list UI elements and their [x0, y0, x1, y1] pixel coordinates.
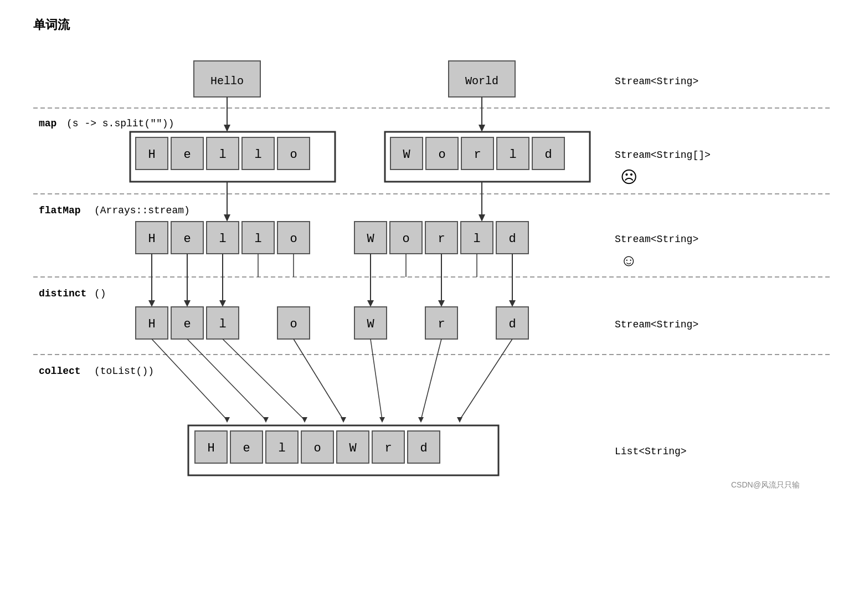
svg-text:W: W	[349, 442, 357, 455]
svg-text:r: r	[438, 317, 445, 331]
svg-text:l: l	[219, 148, 226, 162]
svg-marker-9	[224, 125, 230, 132]
svg-text:H: H	[148, 232, 155, 246]
svg-marker-11	[479, 125, 485, 132]
svg-text:l: l	[254, 148, 261, 162]
svg-text:l: l	[473, 232, 480, 246]
svg-text:r: r	[384, 442, 392, 455]
svg-marker-40	[224, 214, 230, 222]
svg-marker-105	[263, 417, 269, 423]
svg-line-112	[421, 339, 441, 420]
svg-text:W: W	[367, 232, 374, 246]
svg-line-108	[294, 339, 343, 420]
svg-text:l: l	[219, 232, 226, 246]
svg-marker-83	[509, 300, 516, 307]
svg-text:o: o	[402, 232, 409, 246]
svg-text:o: o	[290, 317, 297, 331]
svg-text:d: d	[544, 148, 552, 162]
svg-text:Stream<String>: Stream<String>	[615, 319, 698, 330]
svg-marker-115	[457, 417, 462, 423]
svg-text:r: r	[474, 148, 481, 162]
svg-text:o: o	[438, 148, 445, 162]
svg-line-102	[152, 339, 227, 420]
svg-text:distinct: distinct	[39, 288, 86, 299]
main-diagram: Hello World Stream<String> map (s -> s.s…	[33, 44, 831, 616]
svg-text:map: map	[39, 118, 56, 129]
svg-marker-113	[418, 417, 424, 423]
svg-text:World: World	[465, 75, 498, 88]
svg-text:d: d	[508, 317, 516, 331]
svg-marker-71	[184, 300, 191, 307]
svg-text:e: e	[183, 232, 191, 246]
svg-text:H: H	[148, 317, 155, 331]
svg-marker-107	[302, 417, 307, 423]
svg-marker-80	[438, 300, 445, 307]
svg-marker-109	[341, 417, 346, 423]
svg-line-104	[187, 339, 266, 420]
svg-text:l: l	[219, 317, 226, 331]
svg-text:d: d	[508, 232, 516, 246]
svg-text:o: o	[290, 232, 297, 246]
svg-text:e: e	[183, 317, 191, 331]
svg-text:flatMap: flatMap	[39, 205, 81, 216]
svg-text:(toList()): (toList())	[94, 366, 154, 377]
svg-marker-42	[479, 214, 485, 222]
svg-text:H: H	[148, 148, 155, 162]
svg-text:☺: ☺	[620, 251, 637, 269]
page-title: 单词流	[33, 17, 831, 33]
watermark: CSDN@风流只只输	[731, 480, 800, 489]
svg-text:l: l	[278, 442, 285, 455]
svg-text:Stream<String>: Stream<String>	[615, 76, 698, 87]
svg-marker-103	[224, 417, 230, 423]
svg-line-106	[223, 339, 305, 420]
svg-marker-73	[219, 300, 226, 307]
svg-marker-69	[148, 300, 155, 307]
svg-text:o: o	[290, 148, 297, 162]
svg-text:(s -> s.split("")): (s -> s.split(""))	[66, 118, 174, 129]
svg-text:e: e	[183, 148, 191, 162]
svg-marker-77	[367, 300, 374, 307]
svg-text:☹: ☹	[620, 168, 637, 186]
svg-text:e: e	[243, 442, 250, 455]
svg-text:o: o	[313, 442, 321, 455]
svg-text:Stream<String[]>: Stream<String[]>	[615, 150, 711, 161]
svg-text:W: W	[403, 148, 410, 162]
svg-line-114	[460, 339, 512, 420]
svg-text:l: l	[509, 148, 516, 162]
svg-text:r: r	[438, 232, 445, 246]
page-container: 单词流 Hello World Stream<String> map (s ->…	[0, 0, 864, 616]
svg-line-110	[371, 339, 382, 420]
svg-text:(): ()	[94, 288, 106, 299]
svg-text:List<String>: List<String>	[615, 446, 687, 457]
svg-text:d: d	[420, 442, 427, 455]
svg-text:(Arrays::stream): (Arrays::stream)	[94, 205, 190, 216]
svg-text:W: W	[367, 317, 374, 331]
svg-text:H: H	[207, 442, 214, 455]
svg-text:Stream<String>: Stream<String>	[615, 234, 698, 245]
svg-marker-111	[379, 417, 385, 423]
svg-text:collect: collect	[39, 366, 81, 377]
svg-text:Hello: Hello	[210, 75, 244, 88]
svg-text:l: l	[254, 232, 261, 246]
